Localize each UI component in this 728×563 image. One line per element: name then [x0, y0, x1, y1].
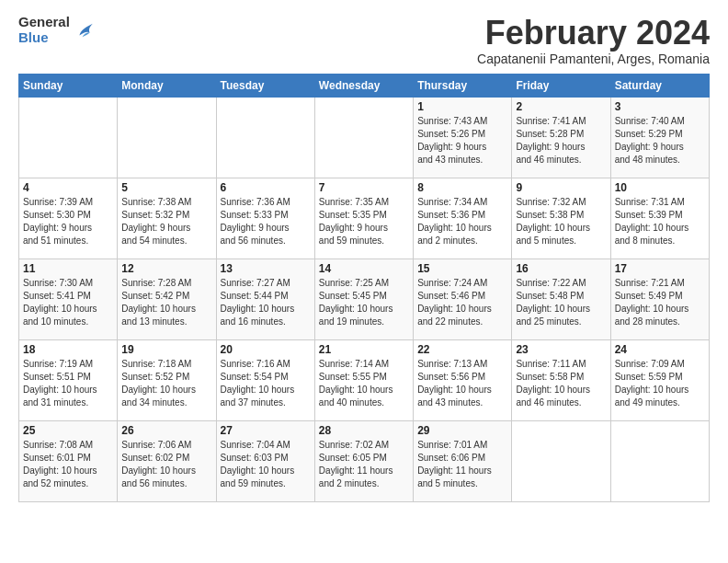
day-info: Sunrise: 7:22 AM Sunset: 5:48 PM Dayligh…: [516, 277, 606, 328]
calendar-cell: 24Sunrise: 7:09 AM Sunset: 5:59 PM Dayli…: [610, 339, 709, 420]
column-header-sunday: Sunday: [19, 74, 118, 97]
day-info: Sunrise: 7:27 AM Sunset: 5:44 PM Dayligh…: [221, 277, 311, 328]
day-number: 15: [417, 262, 507, 275]
calendar-cell: 25Sunrise: 7:08 AM Sunset: 6:01 PM Dayli…: [19, 420, 118, 501]
day-number: 6: [221, 181, 311, 194]
day-info: Sunrise: 7:08 AM Sunset: 6:01 PM Dayligh…: [23, 439, 113, 490]
calendar-cell: 2Sunrise: 7:41 AM Sunset: 5:28 PM Daylig…: [512, 97, 610, 178]
calendar-cell: 11Sunrise: 7:30 AM Sunset: 5:41 PM Dayli…: [19, 259, 118, 339]
day-info: Sunrise: 7:01 AM Sunset: 6:06 PM Dayligh…: [417, 439, 507, 490]
day-number: 11: [23, 262, 113, 275]
logo-general-text: General: [18, 15, 70, 30]
day-number: 23: [516, 343, 606, 356]
day-info: Sunrise: 7:43 AM Sunset: 5:26 PM Dayligh…: [417, 115, 507, 167]
day-number: 8: [417, 181, 507, 194]
calendar-cell: 8Sunrise: 7:34 AM Sunset: 5:36 PM Daylig…: [414, 178, 512, 259]
calendar-cell: 9Sunrise: 7:32 AM Sunset: 5:38 PM Daylig…: [512, 178, 610, 259]
week-row-3: 11Sunrise: 7:30 AM Sunset: 5:41 PM Dayli…: [19, 259, 710, 339]
calendar-cell: 16Sunrise: 7:22 AM Sunset: 5:48 PM Dayli…: [512, 259, 610, 339]
calendar-table: SundayMondayTuesdayWednesdayThursdayFrid…: [18, 74, 710, 502]
column-header-monday: Monday: [118, 74, 216, 97]
day-number: 18: [23, 343, 113, 356]
calendar-cell: 26Sunrise: 7:06 AM Sunset: 6:02 PM Dayli…: [118, 420, 216, 501]
column-header-saturday: Saturday: [610, 74, 709, 97]
week-row-1: 1Sunrise: 7:43 AM Sunset: 5:26 PM Daylig…: [19, 97, 710, 178]
calendar-cell: 7Sunrise: 7:35 AM Sunset: 5:35 PM Daylig…: [314, 178, 413, 259]
day-info: Sunrise: 7:24 AM Sunset: 5:46 PM Dayligh…: [417, 277, 507, 328]
calendar-cell: 3Sunrise: 7:40 AM Sunset: 5:29 PM Daylig…: [610, 97, 709, 178]
day-info: Sunrise: 7:18 AM Sunset: 5:52 PM Dayligh…: [121, 358, 211, 409]
column-header-wednesday: Wednesday: [314, 74, 413, 97]
day-number: 21: [319, 343, 409, 356]
calendar-cell: [314, 97, 413, 178]
calendar-cell: 28Sunrise: 7:02 AM Sunset: 6:05 PM Dayli…: [314, 420, 413, 501]
calendar-cell: 6Sunrise: 7:36 AM Sunset: 5:33 PM Daylig…: [216, 178, 314, 259]
title-area: February 2024 Capatanenii Pamanteni, Arg…: [477, 15, 710, 66]
day-number: 24: [615, 343, 705, 356]
calendar-cell: 4Sunrise: 7:39 AM Sunset: 5:30 PM Daylig…: [19, 178, 118, 259]
day-info: Sunrise: 7:13 AM Sunset: 5:56 PM Dayligh…: [417, 358, 507, 409]
calendar-cell: 14Sunrise: 7:25 AM Sunset: 5:45 PM Dayli…: [314, 259, 413, 339]
day-info: Sunrise: 7:36 AM Sunset: 5:33 PM Dayligh…: [221, 196, 311, 247]
calendar-cell: 23Sunrise: 7:11 AM Sunset: 5:58 PM Dayli…: [512, 339, 610, 420]
day-info: Sunrise: 7:16 AM Sunset: 5:54 PM Dayligh…: [221, 358, 311, 409]
week-row-5: 25Sunrise: 7:08 AM Sunset: 6:01 PM Dayli…: [19, 420, 710, 501]
day-number: 27: [221, 424, 311, 437]
day-info: Sunrise: 7:34 AM Sunset: 5:36 PM Dayligh…: [417, 196, 507, 247]
day-number: 17: [615, 262, 705, 275]
day-info: Sunrise: 7:35 AM Sunset: 5:35 PM Dayligh…: [319, 196, 409, 247]
day-number: 12: [121, 262, 211, 275]
day-info: Sunrise: 7:32 AM Sunset: 5:38 PM Dayligh…: [516, 196, 606, 247]
calendar-cell: 17Sunrise: 7:21 AM Sunset: 5:49 PM Dayli…: [610, 259, 709, 339]
day-number: 16: [516, 262, 606, 275]
day-number: 26: [121, 424, 211, 437]
logo-blue-text: Blue: [18, 30, 70, 46]
calendar-cell: [118, 97, 216, 178]
day-info: Sunrise: 7:31 AM Sunset: 5:39 PM Dayligh…: [615, 196, 705, 247]
calendar-cell: 1Sunrise: 7:43 AM Sunset: 5:26 PM Daylig…: [414, 97, 512, 178]
day-info: Sunrise: 7:21 AM Sunset: 5:49 PM Dayligh…: [615, 277, 705, 328]
day-number: 4: [23, 181, 113, 194]
calendar-cell: 12Sunrise: 7:28 AM Sunset: 5:42 PM Dayli…: [118, 259, 216, 339]
day-number: 14: [319, 262, 409, 275]
day-info: Sunrise: 7:40 AM Sunset: 5:29 PM Dayligh…: [615, 115, 705, 167]
calendar-cell: 29Sunrise: 7:01 AM Sunset: 6:06 PM Dayli…: [414, 420, 512, 501]
calendar-cell: 13Sunrise: 7:27 AM Sunset: 5:44 PM Dayli…: [216, 259, 314, 339]
day-number: 25: [23, 424, 113, 437]
calendar-cell: [19, 97, 118, 178]
calendar-cell: 15Sunrise: 7:24 AM Sunset: 5:46 PM Dayli…: [414, 259, 512, 339]
day-number: 28: [319, 424, 409, 437]
day-number: 20: [221, 343, 311, 356]
calendar-cell: 22Sunrise: 7:13 AM Sunset: 5:56 PM Dayli…: [414, 339, 512, 420]
day-number: 22: [417, 343, 507, 356]
week-row-2: 4Sunrise: 7:39 AM Sunset: 5:30 PM Daylig…: [19, 178, 710, 259]
calendar-cell: 20Sunrise: 7:16 AM Sunset: 5:54 PM Dayli…: [216, 339, 314, 420]
header-row: SundayMondayTuesdayWednesdayThursdayFrid…: [19, 74, 710, 97]
day-info: Sunrise: 7:09 AM Sunset: 5:59 PM Dayligh…: [615, 358, 705, 409]
column-header-friday: Friday: [512, 74, 610, 97]
calendar-cell: [512, 420, 610, 501]
day-number: 13: [221, 262, 311, 275]
day-number: 1: [417, 100, 507, 113]
day-number: 10: [615, 181, 705, 194]
location-subtitle: Capatanenii Pamanteni, Arges, Romania: [477, 52, 710, 66]
day-info: Sunrise: 7:19 AM Sunset: 5:51 PM Dayligh…: [23, 358, 113, 409]
day-info: Sunrise: 7:06 AM Sunset: 6:02 PM Dayligh…: [121, 439, 211, 490]
logo: General Blue: [18, 15, 96, 45]
day-number: 19: [121, 343, 211, 356]
calendar-cell: 10Sunrise: 7:31 AM Sunset: 5:39 PM Dayli…: [610, 178, 709, 259]
day-number: 7: [319, 181, 409, 194]
day-info: Sunrise: 7:30 AM Sunset: 5:41 PM Dayligh…: [23, 277, 113, 328]
calendar-cell: 27Sunrise: 7:04 AM Sunset: 6:03 PM Dayli…: [216, 420, 314, 501]
day-info: Sunrise: 7:38 AM Sunset: 5:32 PM Dayligh…: [121, 196, 211, 247]
day-info: Sunrise: 7:25 AM Sunset: 5:45 PM Dayligh…: [319, 277, 409, 328]
calendar-cell: [610, 420, 709, 501]
day-number: 29: [417, 424, 507, 437]
day-info: Sunrise: 7:39 AM Sunset: 5:30 PM Dayligh…: [23, 196, 113, 247]
calendar-cell: 19Sunrise: 7:18 AM Sunset: 5:52 PM Dayli…: [118, 339, 216, 420]
calendar-body: 1Sunrise: 7:43 AM Sunset: 5:26 PM Daylig…: [19, 97, 710, 501]
day-number: 5: [121, 181, 211, 194]
month-title: February 2024: [477, 15, 710, 52]
calendar-cell: 21Sunrise: 7:14 AM Sunset: 5:55 PM Dayli…: [314, 339, 413, 420]
day-number: 3: [615, 100, 705, 113]
